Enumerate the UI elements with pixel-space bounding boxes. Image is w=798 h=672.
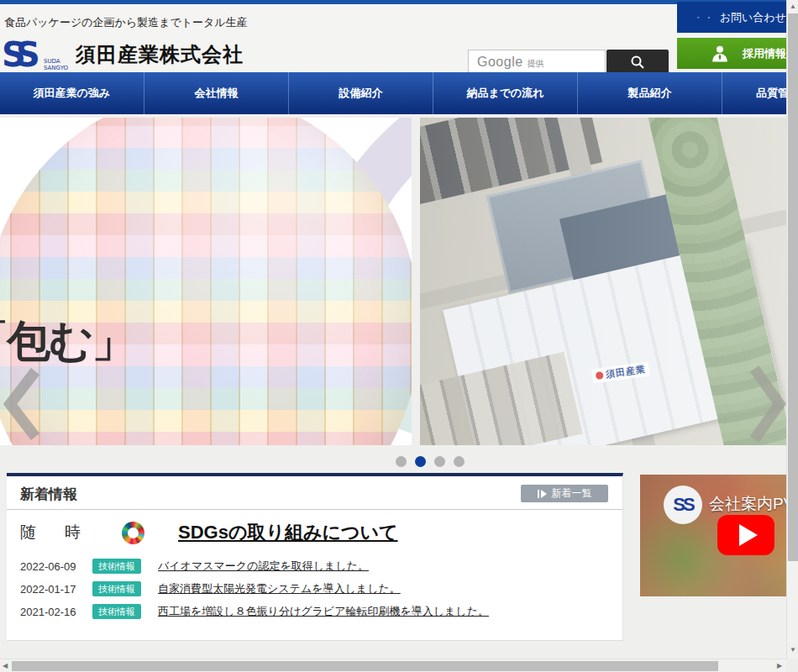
news-category-badge: 技術情報: [92, 581, 141, 596]
channel-avatar[interactable]: SS: [664, 486, 702, 524]
fax-icon: [708, 9, 710, 26]
carousel-slide-aerial-factory: 須田産業: [420, 118, 786, 445]
search-button[interactable]: [606, 50, 669, 74]
nav-item-strengths[interactable]: 須田産業の強み: [0, 72, 144, 114]
company-name: 須田産業株式会社: [76, 41, 244, 68]
news-link[interactable]: 西工場を増設し８色振り分けグラビア輪転印刷機を導入しました。: [158, 604, 489, 619]
carousel-pagination: [396, 456, 465, 467]
nav-item-company[interactable]: 会社情報: [144, 72, 289, 114]
carousel-dot-1[interactable]: [396, 456, 407, 467]
recruit-button[interactable]: 採用情報: [677, 38, 786, 69]
contact-button[interactable]: お問い合わせ: [677, 2, 786, 33]
carousel-slide-packages: く の「包む」 とにより、 。 詳しくはこちら >: [0, 118, 412, 445]
carousel-dot-4[interactable]: [454, 456, 465, 467]
scroll-right-icon[interactable]: ▶: [777, 663, 782, 669]
search-icon: [630, 55, 645, 70]
news-date: 2021-02-16: [20, 606, 92, 618]
play-icon: [538, 490, 547, 498]
news-category-badge: 技術情報: [92, 559, 141, 574]
person-icon: [711, 41, 729, 66]
recruit-button-label: 採用情報: [743, 46, 786, 61]
video-embed-clip: SS 会社案内PV: [640, 475, 786, 596]
news-link[interactable]: 自家消費型太陽光発電システムを導入しました。: [158, 581, 401, 596]
site-logo[interactable]: SS SUDA SANGYO 須田産業株式会社: [2, 36, 244, 73]
nav-item-products[interactable]: 製品紹介: [578, 72, 722, 114]
search-watermark-provided: 提供: [528, 55, 544, 70]
carousel-dot-2-active[interactable]: [415, 456, 426, 467]
nav-item-quality[interactable]: 品質管理・環境: [722, 72, 786, 114]
news-featured-date: 随時: [20, 522, 81, 543]
site-header: 食品パッケージの企画から製造までトータル生産 SS SUDA SANGYO 須田…: [0, 4, 786, 72]
mail-icon: [697, 10, 700, 25]
youtube-play-button[interactable]: [717, 515, 774, 555]
scroll-down-icon[interactable]: ▼: [790, 647, 796, 654]
carousel-prev-button[interactable]: [3, 366, 40, 442]
news-category-badge: 技術情報: [92, 604, 141, 619]
horizontal-scrollbar-thumb[interactable]: [12, 661, 718, 671]
scroll-up-icon[interactable]: ▲: [790, 3, 796, 10]
slide-headline-fragment: の「包む」: [0, 312, 134, 371]
news-title: 新着情報: [20, 485, 77, 504]
search-watermark-brand: Google: [477, 55, 523, 70]
nav-item-equipment[interactable]: 設備紹介: [289, 72, 433, 114]
svg-text:SUDA: SUDA: [44, 58, 60, 65]
news-date: 2022-06-09: [20, 560, 92, 573]
carousel-dot-3[interactable]: [434, 456, 445, 467]
sdgs-wheel-icon: [122, 522, 144, 544]
youtube-video-player[interactable]: SS 会社案内PV: [640, 475, 786, 596]
site-tagline: 食品パッケージの企画から製造までトータル生産: [4, 15, 248, 30]
contact-button-label: お問い合わせ: [720, 10, 786, 25]
horizontal-scrollbar[interactable]: ◀ ▶: [0, 659, 786, 672]
vertical-scrollbar[interactable]: ▲ ▼: [786, 0, 798, 659]
news-featured-row: 随時 SDGsの取り組みについて: [20, 520, 398, 545]
news-row: 2022-01-17 技術情報 自家消費型太陽光発電システムを導入しました。: [20, 580, 608, 598]
carousel-next-button[interactable]: [749, 364, 786, 444]
news-link[interactable]: バイオマスマークの認定を取得しました。: [158, 559, 369, 574]
news-row: 2022-06-09 技術情報 バイオマスマークの認定を取得しました。: [20, 557, 608, 575]
search-input[interactable]: Google 提供: [468, 50, 606, 74]
scrollbar-corner: [786, 659, 798, 672]
nav-item-delivery[interactable]: 納品までの流れ: [433, 72, 578, 114]
scroll-left-icon[interactable]: ◀: [3, 663, 8, 669]
news-section: 新着情報 新着一覧 随時 SDGsの取り組みについて 2022-06-09 技術…: [7, 473, 623, 641]
hero-carousel: く の「包む」 とにより、 。 詳しくはこちら > 須田産業: [0, 118, 786, 445]
package-collage-image: [0, 118, 412, 445]
news-more-button[interactable]: 新着一覧: [521, 485, 608, 502]
video-title[interactable]: 会社案内PV: [709, 493, 786, 515]
photo-fade-overlay: [420, 118, 786, 445]
slide-text-fragment: とにより、: [0, 391, 3, 407]
main-nav: 須田産業の強み 会社情報 設備紹介 納品までの流れ 製品紹介 品質管理・環境: [0, 72, 786, 114]
logo-mark-icon: SS SUDA SANGYO: [2, 36, 69, 73]
vertical-scrollbar-thumb[interactable]: [788, 13, 798, 561]
news-row: 2021-02-16 技術情報 西工場を増設し８色振り分けグラビア輪転印刷機を導…: [20, 602, 608, 621]
news-more-label: 新着一覧: [552, 486, 592, 501]
svg-text:SANGYO: SANGYO: [44, 65, 69, 71]
svg-text:SS: SS: [2, 36, 38, 73]
news-date: 2022-01-17: [20, 583, 92, 596]
news-header: 新着情報 新着一覧: [7, 476, 622, 510]
youtube-play-icon: [739, 524, 758, 546]
channel-avatar-mark: SS: [673, 494, 692, 516]
news-featured-link[interactable]: SDGsの取り組みについて: [178, 520, 398, 545]
